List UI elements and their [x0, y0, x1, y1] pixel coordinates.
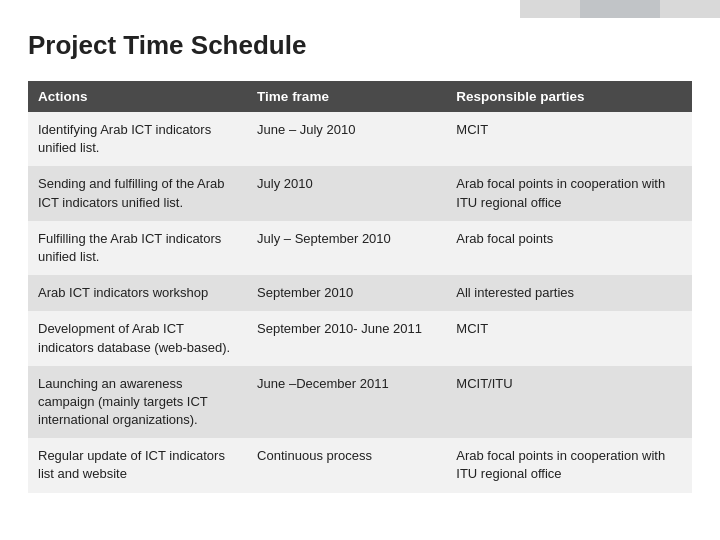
table-row: Launching an awareness campaign (mainly …	[28, 366, 692, 439]
table-cell-timeframe: September 2010	[247, 275, 446, 311]
table-header-row: Actions Time frame Responsible parties	[28, 81, 692, 112]
table-row: Development of Arab ICT indicators datab…	[28, 311, 692, 365]
table-row: Arab ICT indicators workshopSeptember 20…	[28, 275, 692, 311]
table-cell-timeframe: June –December 2011	[247, 366, 446, 439]
page-title: Project Time Schedule	[28, 30, 692, 61]
table-cell-action: Fulfilling the Arab ICT indicators unifi…	[28, 221, 247, 275]
table-cell-responsible: MCIT/ITU	[446, 366, 692, 439]
table-row: Fulfilling the Arab ICT indicators unifi…	[28, 221, 692, 275]
table-cell-responsible: Arab focal points	[446, 221, 692, 275]
table-cell-timeframe: July 2010	[247, 166, 446, 220]
table-cell-action: Identifying Arab ICT indicators unified …	[28, 112, 247, 166]
table-cell-action: Sending and fulfilling of the Arab ICT i…	[28, 166, 247, 220]
table-cell-timeframe: June – July 2010	[247, 112, 446, 166]
table-cell-responsible: Arab focal points in cooperation with IT…	[446, 438, 692, 492]
table-cell-action: Arab ICT indicators workshop	[28, 275, 247, 311]
table-cell-responsible: All interested parties	[446, 275, 692, 311]
table-cell-timeframe: September 2010- June 2011	[247, 311, 446, 365]
col-header-timeframe: Time frame	[247, 81, 446, 112]
table-cell-action: Launching an awareness campaign (mainly …	[28, 366, 247, 439]
col-header-actions: Actions	[28, 81, 247, 112]
table-cell-timeframe: Continuous process	[247, 438, 446, 492]
table-row: Regular update of ICT indicators list an…	[28, 438, 692, 492]
table-cell-action: Development of Arab ICT indicators datab…	[28, 311, 247, 365]
table-cell-responsible: MCIT	[446, 311, 692, 365]
table-cell-action: Regular update of ICT indicators list an…	[28, 438, 247, 492]
table-cell-responsible: MCIT	[446, 112, 692, 166]
table-cell-timeframe: July – September 2010	[247, 221, 446, 275]
col-header-responsible: Responsible parties	[446, 81, 692, 112]
table-row: Identifying Arab ICT indicators unified …	[28, 112, 692, 166]
table-cell-responsible: Arab focal points in cooperation with IT…	[446, 166, 692, 220]
table-row: Sending and fulfilling of the Arab ICT i…	[28, 166, 692, 220]
schedule-table: Actions Time frame Responsible parties I…	[28, 81, 692, 493]
